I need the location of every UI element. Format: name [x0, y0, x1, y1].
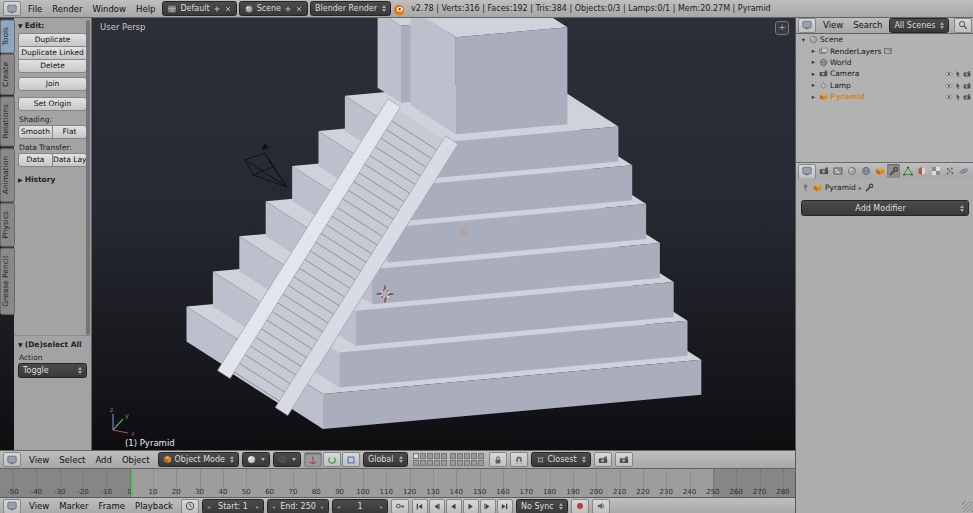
- layer-20[interactable]: [478, 460, 484, 466]
- editor-type-3dview-button[interactable]: [3, 452, 21, 467]
- opengl-render-button[interactable]: [594, 452, 612, 467]
- auto-keyframe-record-button[interactable]: [571, 499, 589, 513]
- layer-1[interactable]: [413, 453, 419, 459]
- properties-tab-material[interactable]: [915, 164, 928, 178]
- timeline-marker-menu[interactable]: Marker: [54, 501, 93, 511]
- jump-end-button[interactable]: [497, 499, 513, 513]
- layer-7[interactable]: [420, 460, 426, 466]
- action-dropdown[interactable]: Toggle: [18, 363, 87, 378]
- timeline-playback-menu[interactable]: Playback: [130, 501, 178, 511]
- shade-smooth-button[interactable]: Smooth: [18, 125, 53, 139]
- expander-closed-icon[interactable]: ▸: [810, 47, 817, 55]
- outliner-search-button[interactable]: [954, 18, 972, 33]
- current-frame-field[interactable]: ◂1▸: [332, 499, 388, 513]
- play-rev-button[interactable]: [446, 499, 462, 513]
- render-toggle[interactable]: [963, 69, 971, 78]
- layer-15[interactable]: [478, 453, 484, 459]
- properties-tab-render-layers[interactable]: [831, 164, 844, 178]
- viewport-canvas[interactable]: x y z: [95, 17, 795, 450]
- join-button[interactable]: Join: [18, 77, 87, 91]
- properties-tab-scene[interactable]: [845, 164, 858, 178]
- viewport-shading-selector[interactable]: [242, 452, 270, 467]
- mode-selector[interactable]: Object Mode: [158, 452, 239, 467]
- layout-close-button[interactable]: [224, 4, 232, 13]
- toolshelf-tab-animation[interactable]: Animation: [0, 148, 15, 202]
- outliner-row-camera[interactable]: ▸Camera: [796, 68, 973, 79]
- layer-2[interactable]: [420, 453, 426, 459]
- toolshelf-tab-create[interactable]: Create: [0, 54, 15, 95]
- scene-selector[interactable]: Scene: [239, 1, 308, 16]
- camera-object[interactable]: [245, 143, 287, 187]
- snap-toggle-button[interactable]: [510, 452, 528, 467]
- editor-type-timeline-button[interactable]: [3, 499, 21, 513]
- toolshelf-tab-relations[interactable]: Relations: [0, 96, 15, 146]
- snap-element-selector[interactable]: Closest: [531, 452, 591, 467]
- manip-scale-button[interactable]: [342, 452, 360, 467]
- layer-18[interactable]: [464, 460, 470, 466]
- menu-file-menu[interactable]: File: [23, 4, 47, 14]
- layer-19[interactable]: [471, 460, 477, 466]
- viewport-3d[interactable]: x y z User Persp (1) Pyramid + ToolsCrea…: [0, 17, 795, 450]
- expander-closed-icon[interactable]: ▸: [810, 81, 817, 89]
- layer-10[interactable]: [441, 460, 447, 466]
- pyramid-mesh[interactable]: [187, 17, 702, 429]
- layer-4[interactable]: [434, 453, 440, 459]
- duplicate-linked-button[interactable]: Duplicate Linked: [18, 46, 87, 60]
- outliner-row-renderlayers[interactable]: ▸RenderLayers: [796, 45, 973, 56]
- set-origin-button[interactable]: Set Origin: [18, 97, 87, 111]
- expander-closed-icon[interactable]: ▸: [810, 70, 817, 78]
- menu-help-menu[interactable]: Help: [131, 4, 160, 14]
- outliner-row-lamp[interactable]: ▸Lamp: [796, 80, 973, 91]
- layer-13[interactable]: [464, 453, 470, 459]
- data-button[interactable]: Data: [18, 153, 53, 167]
- history-panel-header[interactable]: History: [18, 175, 87, 184]
- layer-12[interactable]: [457, 453, 463, 459]
- layout-add-button[interactable]: [213, 4, 221, 13]
- outliner-row-world[interactable]: ▸World: [796, 57, 973, 68]
- properties-tab-object[interactable]: [873, 164, 886, 178]
- play-button[interactable]: [463, 499, 479, 513]
- delete-button[interactable]: Delete: [18, 59, 87, 73]
- toolshelf-scrollbar[interactable]: [86, 20, 90, 335]
- outliner-view-menu[interactable]: View: [818, 20, 848, 30]
- view3d-select-menu[interactable]: Select: [54, 455, 90, 465]
- menu-render-menu[interactable]: Render: [47, 4, 87, 14]
- properties-tab-render[interactable]: [817, 164, 830, 178]
- properties-tab-world[interactable]: [859, 164, 872, 178]
- sync-mode-selector[interactable]: No Sync: [516, 499, 568, 513]
- properties-tab-physics[interactable]: [957, 164, 970, 178]
- properties-tab-texture[interactable]: [929, 164, 942, 178]
- toolshelf-tab-tools[interactable]: Tools: [0, 19, 15, 53]
- render-toggle[interactable]: [963, 92, 971, 101]
- editor-type-outliner-button[interactable]: [798, 18, 816, 33]
- jump-start-button[interactable]: [412, 499, 428, 513]
- properties-tab-particles[interactable]: [943, 164, 956, 178]
- view3d-object-menu[interactable]: Object: [117, 455, 155, 465]
- timeline-ruler[interactable]: -50-40-30-20-100102030405060708090100110…: [0, 467, 795, 498]
- render-engine-selector[interactable]: Blender Render: [310, 1, 391, 16]
- redo-panel-header[interactable]: (De)select All: [18, 340, 87, 349]
- menu-window-menu[interactable]: Window: [88, 4, 132, 14]
- opengl-render-anim-button[interactable]: [615, 452, 633, 467]
- outliner-display-mode[interactable]: All Scenes: [889, 18, 949, 33]
- manip-rotate-button[interactable]: [323, 452, 341, 467]
- duplicate-button[interactable]: Duplicate: [18, 33, 87, 47]
- frame-start-field[interactable]: ◂Start: 1▸: [202, 499, 264, 513]
- region-expand-button[interactable]: +: [775, 21, 789, 35]
- layer-14[interactable]: [471, 453, 477, 459]
- timeline-frame-menu[interactable]: Frame: [94, 501, 130, 511]
- select-toggle[interactable]: [954, 81, 962, 90]
- scene-close-button[interactable]: [295, 4, 303, 13]
- outliner-search-menu[interactable]: Search: [848, 20, 887, 30]
- properties-tab-modifiers[interactable]: [887, 164, 900, 178]
- select-toggle[interactable]: [954, 69, 962, 78]
- layer-6[interactable]: [413, 460, 419, 466]
- area-resize-grip[interactable]: [962, 501, 973, 512]
- outliner-row-pyramid[interactable]: ▸Pyramid: [796, 91, 973, 102]
- render-toggle[interactable]: [963, 81, 971, 90]
- outliner-row-scene[interactable]: ▾Scene: [796, 34, 973, 45]
- editor-type-properties-button[interactable]: [798, 164, 816, 179]
- add-modifier-dropdown[interactable]: Add Modifier: [801, 200, 969, 216]
- select-toggle[interactable]: [954, 92, 962, 101]
- keying-set-button[interactable]: [391, 499, 409, 513]
